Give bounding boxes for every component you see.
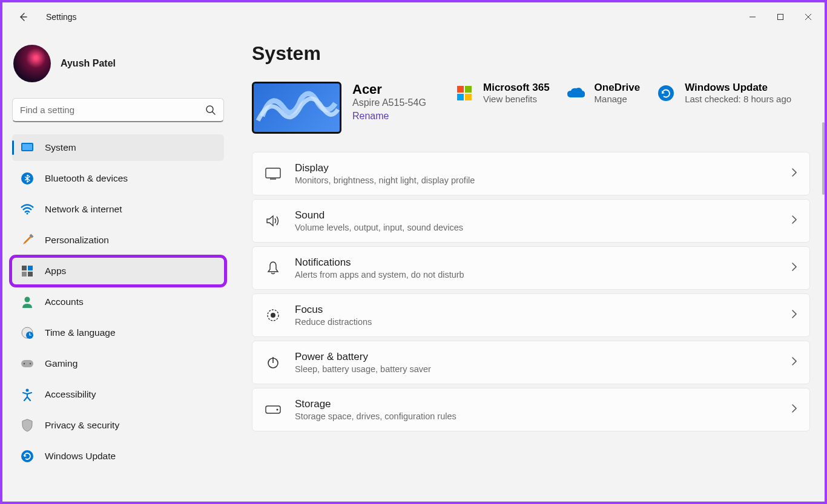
chevron-right-icon xyxy=(791,309,797,321)
svg-rect-15 xyxy=(28,272,33,277)
svg-point-22 xyxy=(26,388,29,391)
power-icon xyxy=(265,354,282,371)
sidebar-item-network[interactable]: Network & internet xyxy=(12,196,224,223)
settings-item-display[interactable]: Display Monitors, brightness, night ligh… xyxy=(252,152,810,195)
search-icon xyxy=(205,105,216,116)
svg-point-16 xyxy=(25,296,30,302)
search-box[interactable] xyxy=(12,98,224,122)
sidebar-item-time-language[interactable]: Time & language xyxy=(12,319,224,346)
titlebar-left: Settings xyxy=(12,6,77,28)
service-windows-update[interactable]: Windows Update Last checked: 8 hours ago xyxy=(656,82,791,104)
close-button[interactable] xyxy=(794,7,822,27)
device-brand: Acer xyxy=(352,82,443,97)
settings-sub: Storage space, drives, configuration rul… xyxy=(295,411,778,421)
chevron-right-icon xyxy=(791,168,797,180)
onedrive-icon xyxy=(565,83,586,103)
update-circle-icon xyxy=(656,83,676,103)
sidebar-item-apps[interactable]: Apps xyxy=(12,258,224,284)
settings-title: Notifications xyxy=(295,257,778,269)
search-input[interactable] xyxy=(20,105,205,115)
page-title: System xyxy=(252,42,810,65)
system-icon xyxy=(21,141,34,154)
sidebar-item-label: Network & internet xyxy=(45,204,122,215)
settings-item-notifications[interactable]: Notifications Alerts from apps and syste… xyxy=(252,246,810,290)
profile-section[interactable]: Ayush Patel xyxy=(8,39,228,96)
svg-point-5 xyxy=(206,106,213,113)
sidebar-item-personalization[interactable]: Personalization xyxy=(12,227,224,254)
device-thumbnail[interactable] xyxy=(252,82,341,134)
settings-title: Power & battery xyxy=(295,351,778,363)
svg-point-10 xyxy=(27,212,28,214)
svg-rect-19 xyxy=(21,360,33,367)
shield-icon xyxy=(21,419,34,432)
sidebar-item-label: Personalization xyxy=(45,235,109,246)
scrollbar[interactable] xyxy=(822,122,825,195)
device-model: Aspire A515-54G xyxy=(352,97,443,108)
sidebar-item-bluetooth[interactable]: Bluetooth & devices xyxy=(12,165,224,192)
svg-point-21 xyxy=(30,362,31,364)
apps-icon xyxy=(21,264,34,278)
chevron-right-icon xyxy=(791,356,797,368)
service-title: Microsoft 365 xyxy=(483,82,550,94)
service-microsoft365[interactable]: Microsoft 365 View benefits xyxy=(454,82,550,104)
wifi-icon xyxy=(21,203,34,216)
service-sub: Last checked: 8 hours ago xyxy=(685,94,791,104)
app-title: Settings xyxy=(46,12,77,22)
svg-point-36 xyxy=(277,409,278,411)
settings-item-focus[interactable]: Focus Reduce distractions xyxy=(252,293,810,337)
device-row: Acer Aspire A515-54G Rename Microsoft 36… xyxy=(252,82,810,134)
back-button[interactable] xyxy=(12,6,34,28)
settings-item-sound[interactable]: Sound Volume levels, output, input, soun… xyxy=(252,199,810,243)
minimize-button[interactable] xyxy=(739,7,766,27)
settings-sub: Alerts from apps and system, do not dist… xyxy=(295,270,778,280)
back-arrow-icon xyxy=(18,12,28,22)
sidebar-item-label: Bluetooth & devices xyxy=(45,173,128,184)
sidebar-item-label: Windows Update xyxy=(45,451,116,462)
maximize-button[interactable] xyxy=(766,7,794,27)
sidebar-item-gaming[interactable]: Gaming xyxy=(12,350,224,377)
settings-title: Display xyxy=(295,162,778,174)
chevron-right-icon xyxy=(791,404,797,416)
bell-icon xyxy=(265,260,282,277)
sound-icon xyxy=(265,212,282,229)
settings-sub: Monitors, brightness, night light, displ… xyxy=(295,175,778,185)
svg-point-23 xyxy=(21,450,33,462)
settings-title: Sound xyxy=(295,209,778,221)
accessibility-icon xyxy=(21,388,34,401)
settings-title: Focus xyxy=(295,304,778,316)
svg-line-6 xyxy=(213,112,215,114)
person-icon xyxy=(21,295,34,309)
rename-link[interactable]: Rename xyxy=(352,111,389,122)
service-tiles: Microsoft 365 View benefits OneDrive Man… xyxy=(454,82,810,104)
sidebar-item-system[interactable]: System xyxy=(12,134,224,161)
brush-icon xyxy=(21,234,34,247)
svg-rect-24 xyxy=(457,86,464,93)
update-icon xyxy=(21,450,34,463)
settings-item-storage[interactable]: Storage Storage space, drives, configura… xyxy=(252,388,810,431)
sidebar-item-accessibility[interactable]: Accessibility xyxy=(12,381,224,408)
sidebar-item-accounts[interactable]: Accounts xyxy=(12,289,224,315)
sidebar-item-label: System xyxy=(45,142,76,153)
microsoft-icon xyxy=(454,83,475,103)
settings-list: Display Monitors, brightness, night ligh… xyxy=(252,152,810,431)
sidebar-item-windows-update[interactable]: Windows Update xyxy=(12,443,224,470)
svg-point-32 xyxy=(271,313,275,318)
sidebar-item-privacy[interactable]: Privacy & security xyxy=(12,412,224,439)
svg-rect-29 xyxy=(266,168,280,178)
svg-rect-12 xyxy=(22,266,27,270)
clock-globe-icon xyxy=(21,326,34,339)
profile-name: Ayush Patel xyxy=(61,58,116,69)
svg-rect-26 xyxy=(457,94,464,100)
sidebar-item-label: Privacy & security xyxy=(45,420,119,431)
settings-item-power[interactable]: Power & battery Sleep, battery usage, ba… xyxy=(252,341,810,384)
svg-rect-25 xyxy=(465,86,472,93)
sidebar-item-label: Time & language xyxy=(45,327,116,338)
avatar xyxy=(13,45,51,82)
service-sub: Manage xyxy=(595,94,641,104)
svg-rect-8 xyxy=(22,144,32,150)
service-onedrive[interactable]: OneDrive Manage xyxy=(565,82,641,104)
storage-icon xyxy=(265,401,282,418)
svg-point-28 xyxy=(658,85,674,101)
sidebar-item-label: Accessibility xyxy=(45,389,96,400)
window-controls xyxy=(739,7,822,27)
